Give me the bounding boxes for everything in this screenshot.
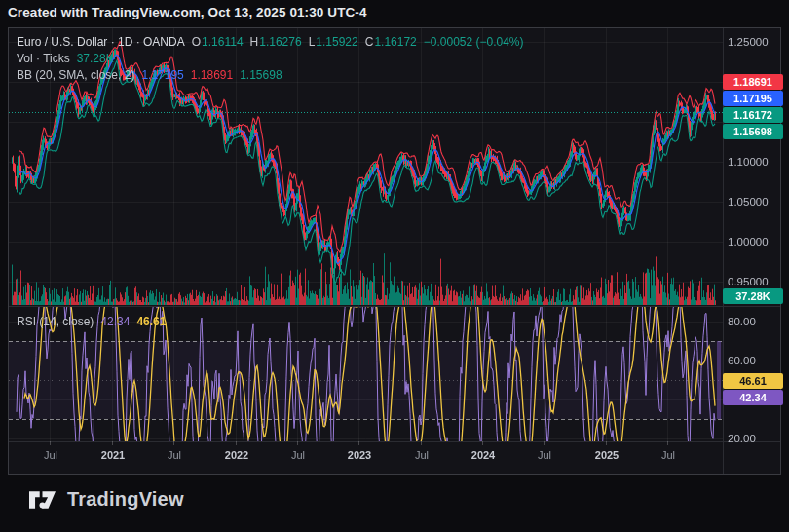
time-tick-label: Jul (44, 449, 57, 461)
time-tick-label: Jul (538, 449, 551, 461)
price-badge: 1.15698 (723, 124, 783, 139)
time-tick-label: 2024 (471, 449, 495, 461)
bb-label: BB (20, SMA, close, 2) (17, 68, 134, 82)
low-value: L1.15922 (309, 35, 358, 49)
volume-legend[interactable]: Vol · Ticks 37.28K (17, 52, 114, 65)
time-tick-label: 2023 (348, 449, 371, 461)
volume-label: Vol · Ticks (17, 52, 70, 65)
axis-tick-label: 1.05000 (728, 196, 784, 208)
time-tick-label: Jul (291, 449, 305, 461)
bb-basis-value: 1.17195 (141, 68, 183, 82)
price-chart-canvas[interactable] (9, 28, 780, 474)
bollinger-legend[interactable]: BB (20, SMA, close, 2) 1.17195 1.18691 1… (17, 68, 282, 82)
tradingview-logo-icon (29, 491, 56, 509)
time-tick-label: Jul (415, 449, 429, 461)
axis-tick-label: 0.95000 (728, 276, 784, 287)
close-value: C1.16172 (365, 35, 417, 49)
axis-tick-label: 1.10000 (728, 156, 784, 168)
price-badge: 1.18691 (723, 74, 783, 90)
volume-value: 37.28K (77, 52, 114, 65)
high-value: H1.16276 (250, 35, 302, 49)
axis-tick-label: 1.25000 (728, 36, 784, 48)
symbol-title: Euro / U.S. Dollar · 1D · OANDA (17, 35, 185, 49)
tradingview-logo-text: TradingView (67, 488, 184, 511)
chart-container: Euro / U.S. Dollar · 1D · OANDA O1.16114… (8, 27, 781, 475)
time-tick-label: Jul (661, 449, 675, 461)
price-badge: 42.34 (723, 390, 783, 405)
rsi-legend[interactable]: RSI (14, close) 42.34 46.61 (17, 315, 166, 328)
tradingview-logo-link[interactable]: TradingView (29, 488, 184, 511)
creation-watermark: Created with TradingView.com, Oct 13, 20… (8, 5, 367, 19)
price-badge: 46.61 (723, 373, 783, 389)
change-value: −0.00052 (−0.04%) (424, 35, 524, 49)
main-symbol-legend[interactable]: Euro / U.S. Dollar · 1D · OANDA O1.16114… (17, 35, 524, 49)
axis-tick-label: 20.00 (728, 433, 784, 444)
bb-lower-value: 1.15698 (240, 68, 282, 82)
bb-upper-value: 1.18691 (191, 68, 233, 82)
time-tick-label: 2022 (225, 449, 248, 461)
axis-tick-label: 80.00 (728, 316, 784, 327)
axis-tick-label: 1.00000 (728, 236, 784, 247)
axis-tick-label: 60.00 (728, 355, 784, 366)
rsi-value: 42.34 (100, 315, 130, 328)
time-tick-label: 2025 (595, 449, 619, 461)
price-badge: 37.28K (723, 288, 783, 304)
price-badge: 1.16172 (723, 107, 783, 123)
time-tick-label: 2021 (101, 449, 125, 461)
price-badge: 1.17195 (723, 91, 783, 106)
time-tick-label: Jul (168, 449, 181, 461)
rsi-label: RSI (14, close) (17, 315, 94, 328)
open-value: O1.16114 (192, 35, 244, 49)
rsi-ma-value: 46.61 (136, 315, 166, 328)
